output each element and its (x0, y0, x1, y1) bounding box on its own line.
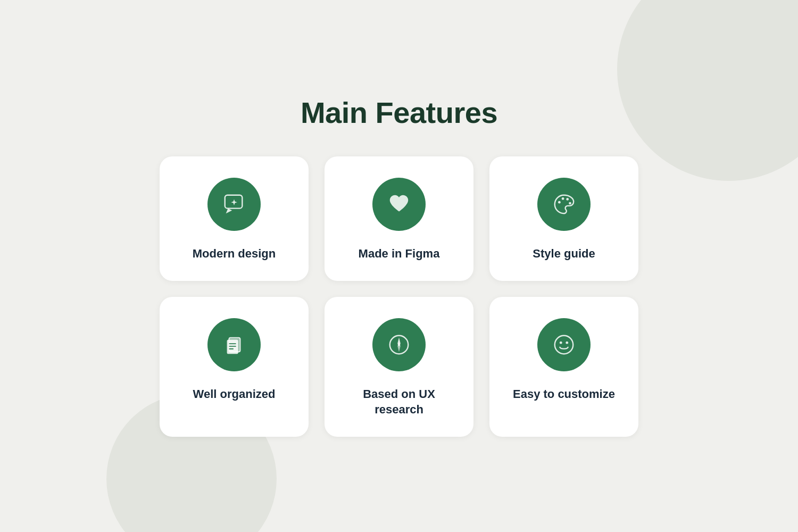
palette-icon (552, 192, 576, 217)
icon-circle-made-in-figma (372, 178, 426, 231)
svg-point-5 (569, 202, 571, 205)
svg-marker-13 (397, 337, 401, 344)
feature-label-easy-customize: Easy to customize (513, 386, 615, 402)
feature-card-modern-design: Modern design (160, 156, 309, 281)
page-title: Main Features (301, 95, 497, 130)
icon-circle-style-guide (537, 178, 591, 231)
feature-label-modern-design: Modern design (193, 246, 276, 262)
feature-card-made-in-figma: Made in Figma (325, 156, 473, 281)
svg-marker-14 (397, 345, 401, 352)
feature-card-style-guide: Style guide (489, 156, 638, 281)
svg-point-17 (566, 341, 568, 344)
svg-point-2 (558, 201, 561, 204)
feature-card-ux-research: Based on UX research (325, 297, 473, 437)
icon-circle-ux-research (372, 318, 426, 371)
svg-rect-7 (227, 339, 238, 354)
feature-label-well-organized: Well organized (193, 386, 276, 402)
svg-point-16 (560, 341, 562, 344)
feature-label-ux-research: Based on UX research (340, 386, 458, 418)
feature-card-well-organized: Well organized (160, 297, 309, 437)
feature-card-easy-customize: Easy to customize (489, 297, 638, 437)
icon-circle-well-organized (207, 318, 261, 371)
sparkle-chat-icon (222, 192, 246, 217)
svg-point-4 (566, 198, 569, 201)
page-content: Main Features Modern design Made in Fi (160, 95, 638, 437)
feature-label-style-guide: Style guide (533, 246, 595, 262)
smiley-icon (552, 332, 576, 357)
features-grid: Modern design Made in Figma (160, 156, 638, 437)
feature-label-made-in-figma: Made in Figma (359, 246, 440, 262)
copy-files-icon (222, 332, 246, 357)
svg-point-15 (555, 335, 573, 354)
compass-icon (387, 332, 411, 357)
svg-marker-1 (226, 209, 232, 214)
icon-circle-easy-customize (537, 318, 591, 371)
heart-icon (387, 192, 411, 217)
icon-circle-modern-design (207, 178, 261, 231)
svg-point-3 (562, 197, 564, 200)
